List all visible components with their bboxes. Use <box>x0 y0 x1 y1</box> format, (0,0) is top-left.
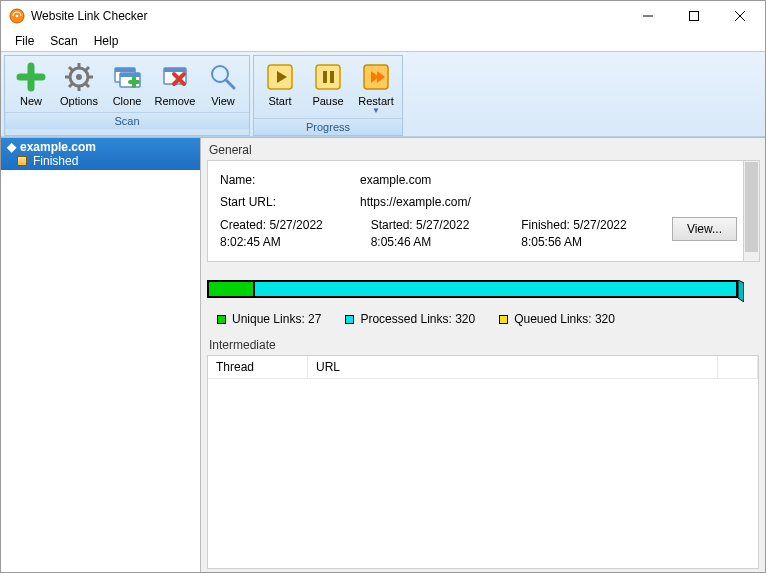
window-title: Website Link Checker <box>31 9 148 23</box>
svg-line-23 <box>226 80 234 88</box>
close-button[interactable] <box>717 1 763 31</box>
clone-label: Clone <box>105 95 149 108</box>
legend-queued-value: 320 <box>595 312 615 326</box>
name-label: Name: <box>220 173 360 187</box>
magnifier-icon <box>207 61 239 93</box>
scrollbar[interactable] <box>743 160 760 262</box>
intermediate-panel: Thread URL <box>207 355 759 569</box>
maximize-button[interactable] <box>671 1 717 31</box>
view-label: View <box>201 95 245 108</box>
ribbon-caption-progress: Progress <box>254 118 402 135</box>
svg-rect-27 <box>323 71 327 83</box>
col-spacer <box>718 356 758 378</box>
legend-unique-label: Unique Links: <box>232 312 305 326</box>
start-label: Start <box>258 95 302 108</box>
new-label: New <box>9 95 53 108</box>
svg-point-1 <box>16 15 19 18</box>
new-button[interactable]: New <box>7 58 55 110</box>
plus-icon <box>15 61 47 93</box>
status-icon <box>17 156 27 166</box>
play-icon <box>264 61 296 93</box>
sidebar-item-site[interactable]: ◆ example.com Finished <box>1 138 200 170</box>
pause-icon <box>312 61 344 93</box>
legend-unique-icon <box>217 315 226 324</box>
remove-icon <box>159 61 191 93</box>
svg-line-13 <box>85 83 89 87</box>
intermediate-header: Thread URL <box>208 356 758 379</box>
menu-scan[interactable]: Scan <box>42 33 85 49</box>
general-heading: General <box>207 141 762 160</box>
ribbon-caption-scan: Scan <box>5 112 249 129</box>
starturl-label: Start URL: <box>220 195 360 209</box>
view-button[interactable]: View <box>199 58 247 110</box>
globe-icon: ◆ <box>7 140 16 154</box>
scrollbar-thumb[interactable] <box>745 162 758 252</box>
finished-label: Finished: <box>521 218 570 232</box>
remove-label: Remove <box>153 95 197 108</box>
intermediate-heading: Intermediate <box>207 336 762 355</box>
svg-rect-17 <box>115 68 135 72</box>
restart-icon <box>360 61 392 93</box>
legend-queued-icon <box>499 315 508 324</box>
svg-rect-3 <box>690 12 699 21</box>
start-button[interactable]: Start <box>256 58 304 116</box>
svg-line-12 <box>69 67 73 71</box>
created-label: Created: <box>220 218 266 232</box>
progress-bar <box>207 280 744 302</box>
clone-icon <box>111 61 143 93</box>
menubar: File Scan Help <box>1 31 765 51</box>
remove-button[interactable]: Remove <box>151 58 199 110</box>
col-thread[interactable]: Thread <box>208 356 308 378</box>
minimize-button[interactable] <box>625 1 671 31</box>
starturl-value: https://example.com/ <box>360 195 471 209</box>
legend-processed-icon <box>345 315 354 324</box>
pause-label: Pause <box>306 95 350 108</box>
body: ◆ example.com Finished General Name: exa… <box>1 137 765 572</box>
pause-button[interactable]: Pause <box>304 58 352 116</box>
options-button[interactable]: Options <box>55 58 103 110</box>
svg-rect-26 <box>316 65 340 89</box>
restart-button[interactable]: Restart ▼ <box>352 58 400 116</box>
app-window: Website Link Checker File Scan Help New … <box>0 0 766 573</box>
legend-unique-value: 27 <box>308 312 321 326</box>
titlebar: Website Link Checker <box>1 1 765 31</box>
progress-bar-fill <box>209 282 255 296</box>
menu-help[interactable]: Help <box>86 33 127 49</box>
options-label: Options <box>57 95 101 108</box>
svg-rect-28 <box>330 71 334 83</box>
col-url[interactable]: URL <box>308 356 718 378</box>
svg-line-15 <box>69 83 73 87</box>
progress-bar-cap <box>738 280 744 302</box>
svg-point-7 <box>76 74 82 80</box>
sidebar-item-status-label: Finished <box>33 154 78 168</box>
progress-bar-wrap <box>207 280 744 302</box>
sidebar-item-site-label: example.com <box>20 140 96 154</box>
sidebar: ◆ example.com Finished <box>1 138 201 572</box>
svg-rect-21 <box>164 68 186 72</box>
app-icon <box>9 8 25 24</box>
gear-icon <box>63 61 95 93</box>
menu-file[interactable]: File <box>7 33 42 49</box>
legend-processed-value: 320 <box>455 312 475 326</box>
svg-marker-32 <box>738 280 744 302</box>
main-panel: General Name: example.com Start URL: htt… <box>201 138 765 572</box>
name-value: example.com <box>360 173 431 187</box>
progress-legend: Unique Links: 27 Processed Links: 320 Qu… <box>217 312 762 326</box>
progress-bar-track <box>207 280 738 298</box>
general-panel: Name: example.com Start URL: https://exa… <box>207 160 744 262</box>
view-details-button[interactable]: View... <box>672 217 737 241</box>
legend-queued-label: Queued Links: <box>514 312 591 326</box>
chevron-down-icon: ▼ <box>354 108 398 114</box>
clone-button[interactable]: Clone <box>103 58 151 110</box>
svg-line-14 <box>85 67 89 71</box>
legend-processed-label: Processed Links: <box>360 312 451 326</box>
svg-rect-19 <box>120 73 140 77</box>
ribbon-group-progress: Start Pause Restart ▼ Progress <box>253 55 403 136</box>
ribbon: New Options Clone Remove View <box>1 51 765 137</box>
started-label: Started: <box>371 218 413 232</box>
ribbon-group-scan: New Options Clone Remove View <box>4 55 250 136</box>
